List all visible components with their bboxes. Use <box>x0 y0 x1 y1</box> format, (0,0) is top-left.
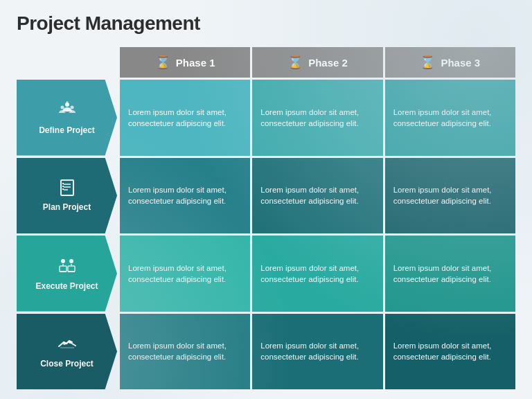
cell-execute-phase2: Lorem ipsum dolor sit amet, consectetuer… <box>252 236 382 312</box>
hourglass-icon: ⌛ <box>155 55 170 70</box>
row-label-execute: Execute Project <box>17 236 117 312</box>
page-title: Project Management <box>17 12 515 35</box>
svg-point-2 <box>70 105 73 109</box>
hourglass-icon: ⌛ <box>287 55 303 70</box>
svg-rect-14 <box>68 266 75 272</box>
svg-point-18 <box>69 341 71 344</box>
phase-label: Phase 1 <box>176 57 215 69</box>
svg-point-11 <box>61 259 65 263</box>
cell-close-phase3: Lorem ipsum dolor sit amet, consectetuer… <box>385 314 515 390</box>
cell-define-phase2: Lorem ipsum dolor sit amet, consectetuer… <box>252 80 382 156</box>
data-row-define: Lorem ipsum dolor sit amet, consectetuer… <box>120 80 515 156</box>
cell-execute-phase3: Lorem ipsum dolor sit amet, consectetuer… <box>385 236 515 312</box>
svg-point-12 <box>69 259 73 263</box>
cell-define-phase3: Lorem ipsum dolor sit amet, consectetuer… <box>385 80 515 156</box>
cell-plan-phase3: Lorem ipsum dolor sit amet, consectetuer… <box>385 158 515 234</box>
close-icon <box>57 334 77 356</box>
cell-define-phase1: Lorem ipsum dolor sit amet, consectetuer… <box>120 80 250 156</box>
row-label-text-define: Define Project <box>39 125 95 135</box>
row-label-text-close: Close Project <box>40 359 94 369</box>
row-labels: Define Project Plan Project Execute Proj… <box>17 80 117 389</box>
cell-execute-phase1: Lorem ipsum dolor sit amet, consectetuer… <box>120 236 250 312</box>
hourglass-icon: ⌛ <box>420 55 435 70</box>
svg-point-1 <box>60 105 64 109</box>
svg-rect-10 <box>62 188 64 190</box>
cell-close-phase2: Lorem ipsum dolor sit amet, consectetuer… <box>252 314 382 390</box>
row-label-text-execute: Execute Project <box>35 281 98 291</box>
svg-point-17 <box>63 342 66 345</box>
phase-label: Phase 3 <box>441 57 480 69</box>
svg-rect-13 <box>60 266 66 272</box>
phase-header-phase3: ⌛ Phase 3 <box>385 47 515 78</box>
row-label-text-plan: Plan Project <box>43 202 91 212</box>
row-label-define: Define Project <box>17 80 117 156</box>
row-label-close: Close Project <box>17 314 117 390</box>
row-label-plan: Plan Project <box>17 158 117 234</box>
phase-label: Phase 2 <box>308 57 348 69</box>
phases-area: ⌛ Phase 1⌛ Phase 2⌛ Phase 3 Lorem ipsum … <box>120 47 515 389</box>
data-row-close: Lorem ipsum dolor sit amet, consectetuer… <box>120 314 515 390</box>
grid-container: Define Project Plan Project Execute Proj… <box>17 47 515 389</box>
plan-icon <box>58 179 76 200</box>
cell-close-phase1: Lorem ipsum dolor sit amet, consectetuer… <box>120 314 250 390</box>
label-spacer <box>17 47 117 78</box>
cell-plan-phase2: Lorem ipsum dolor sit amet, consectetuer… <box>252 158 382 234</box>
phase-headers: ⌛ Phase 1⌛ Phase 2⌛ Phase 3 <box>120 47 515 78</box>
svg-rect-8 <box>62 183 64 184</box>
label-column: Define Project Plan Project Execute Proj… <box>17 47 117 389</box>
phase-header-phase1: ⌛ Phase 1 <box>120 47 250 78</box>
execute-icon <box>57 256 77 278</box>
svg-rect-4 <box>61 180 73 195</box>
data-row-execute: Lorem ipsum dolor sit amet, consectetuer… <box>120 236 515 312</box>
svg-rect-9 <box>62 186 64 187</box>
data-rows: Lorem ipsum dolor sit amet, consectetuer… <box>120 80 515 389</box>
cell-plan-phase1: Lorem ipsum dolor sit amet, consectetuer… <box>120 158 250 234</box>
data-row-plan: Lorem ipsum dolor sit amet, consectetuer… <box>120 158 515 234</box>
define-icon <box>57 100 77 123</box>
phase-header-phase2: ⌛ Phase 2 <box>252 47 382 78</box>
page: Project Management Define Project Plan P… <box>0 0 532 399</box>
